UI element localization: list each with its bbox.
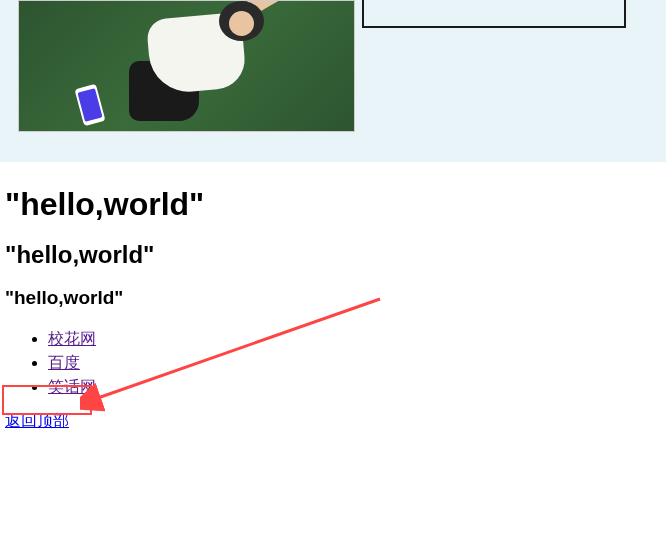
link-baidu[interactable]: 百度 (48, 354, 80, 371)
border-box (362, 0, 626, 28)
link-xiaohua2[interactable]: 笑话网 (48, 378, 96, 395)
link-list: 校花网 百度 笑话网 (0, 327, 666, 399)
heading-2: "hello,world" (5, 241, 666, 269)
back-to-top-link[interactable]: 返回顶部 (5, 412, 69, 429)
list-item: 校花网 (48, 327, 666, 351)
top-section (0, 0, 666, 162)
heading-3: "hello,world" (5, 287, 666, 309)
hero-image (18, 0, 355, 132)
list-item: 百度 (48, 351, 666, 375)
list-item: 笑话网 (48, 375, 666, 399)
heading-1: "hello,world" (5, 186, 666, 223)
link-xiaohua[interactable]: 校花网 (48, 330, 96, 347)
